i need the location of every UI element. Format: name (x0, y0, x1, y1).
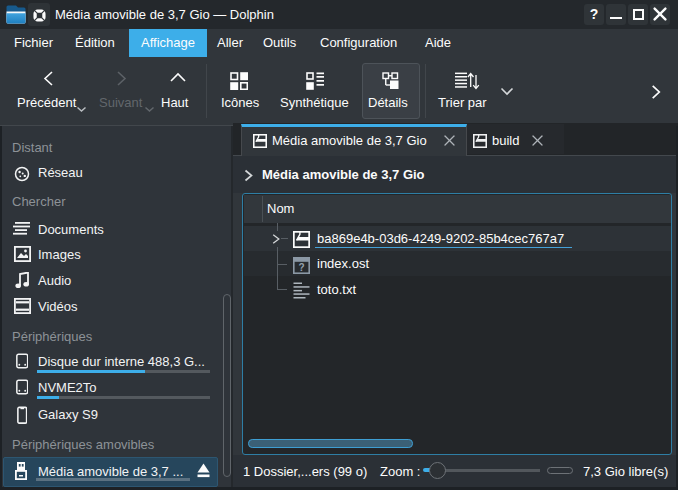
svg-text:?: ? (298, 261, 304, 272)
